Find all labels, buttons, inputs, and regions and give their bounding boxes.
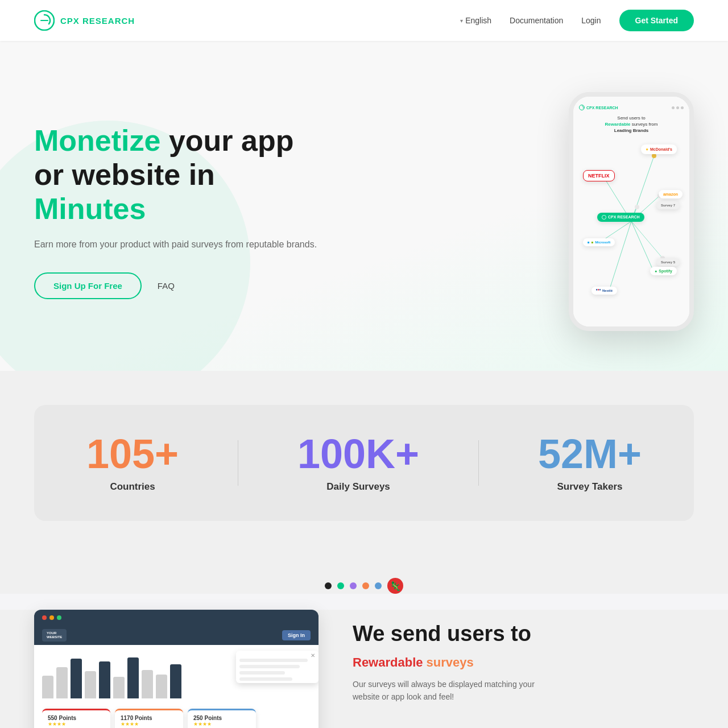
chevron-down-icon: ▾ [460,18,463,24]
survey-card-2-points: 1170 Points [121,715,177,721]
faq-button[interactable]: FAQ [158,281,175,291]
stat-daily-surveys: 100K+ Daily Surveys [297,433,419,493]
browser-bar [34,610,318,626]
stat-takers-number: 52M+ [538,433,642,474]
stat-takers-label: Survey Takers [538,481,642,493]
hero-subtitle: Earn more from your product with paid su… [34,237,330,252]
carousel-dot-5[interactable] [375,582,382,589]
phone-tagline: Send users to Rewardable surveys from Le… [605,115,658,134]
hero-right: CPX RESEARCH Send users to Rewardable su… [569,92,694,331]
bottom-right-title: We send users to [353,621,694,647]
survey-card-2[interactable]: 1170 Points ★★★★ ~17 Minutes [115,709,183,728]
chart-bar [127,657,139,698]
brand-netflix: NETFLIX [583,170,615,181]
stat-surveys-number: 100K+ [297,433,419,474]
svg-line-10 [609,221,631,292]
browser-max-dot [57,615,61,620]
lang-selector[interactable]: ▾ English [460,16,491,25]
signup-button[interactable]: Sign Up For Free [34,272,142,299]
carousel-dot-1[interactable] [325,582,332,589]
bottom-section: YOUR WEBSITE Sign In [0,610,728,728]
survey-card-3-points: 250 Points [193,715,250,721]
svg-point-14 [635,205,639,209]
brand-cpx: CPX RESEARCH [597,213,644,222]
carousel-dot-3[interactable] [350,582,357,589]
documentation-link[interactable]: Documentation [510,16,563,25]
chart-bar [85,671,96,698]
survey-card-2-stars: ★★★★ [121,721,177,727]
brand-amazon: amazon [659,190,682,198]
carousel-section: 🦎 [0,555,728,594]
browser-close-dot [42,615,47,620]
chart-bar [113,677,125,698]
brand-survey7: Survey 7 [656,201,680,209]
stat-countries-label: Countries [86,481,179,493]
stats-inner: 105+ Countries 100K+ Daily Surveys 52M+ … [34,405,694,521]
mock-popup: ✕ [236,651,318,683]
svg-rect-22 [599,289,601,290]
browser-logo-bar: YOUR WEBSITE Sign In [34,626,318,645]
stats-section: 105+ Countries 100K+ Daily Surveys 52M+ … [0,371,728,555]
survey-card-1-points: 550 Points [48,715,105,721]
nav-links: ▾ English Documentation Login Get Starte… [460,10,694,31]
stat-divider-2 [478,440,479,486]
browser-sign-in[interactable]: Sign In [282,630,311,640]
svg-point-11 [652,154,656,158]
carousel-dots: 🦎 [34,578,694,594]
survey-card-1-stars: ★★★★ [48,721,105,727]
svg-line-3 [631,156,654,221]
login-link[interactable]: Login [581,16,601,25]
browser-content: ✕ 550 Points ★★★★ ~12 Minutes [34,645,318,728]
survey-cards: 550 Points ★★★★ ~12 Minutes 1170 Points … [42,703,311,728]
bottom-right-subtitle: Rewardable surveys [353,655,694,670]
get-started-button[interactable]: Get Started [619,10,694,31]
brand-survey5: Survey 5 [656,258,680,266]
logo-text: CPX RESEARCH [60,16,135,26]
chart-bar [156,675,167,698]
bottom-left: YOUR WEBSITE Sign In [34,610,318,728]
bottom-right-description: Our surveys will always be displayed mat… [353,678,546,704]
chart-bar [71,659,82,698]
hero-actions: Sign Up For Free FAQ [34,272,330,299]
browser-mockup: YOUR WEBSITE Sign In [34,610,318,728]
bottom-right: We send users to Rewardable surveys Our … [353,610,694,704]
carousel-dot-6[interactable]: 🦎 [387,578,403,594]
hero-title: Monetize your app or website in Minutes [34,124,330,226]
logo[interactable]: CPX RESEARCH [34,10,135,31]
brand-mcdonalds: ● McDonald's [641,144,677,154]
svg-line-8 [631,221,663,258]
stat-surveys-label: Daily Surveys [297,481,419,493]
chart-bar [42,676,53,698]
navbar: CPX RESEARCH ▾ English Documentation Log… [0,0,728,41]
brand-microsoft: ■■ Microsoft [583,238,615,246]
browser-min-dot [49,615,54,620]
stat-countries: 105+ Countries [86,433,179,493]
phone-brands: ● McDonald's NETFLIX amazon CPX RESEARCH… [580,139,682,309]
survey-card-3-stars: ★★★★ [193,721,250,727]
carousel-dot-4[interactable] [362,582,369,589]
your-website-label: YOUR WEBSITE [42,629,67,642]
svg-line-9 [631,221,654,272]
phone-mockup: CPX RESEARCH Send users to Rewardable su… [569,92,694,331]
phone-logo: CPX RESEARCH [579,105,618,110]
popup-close-icon[interactable]: ✕ [311,652,315,659]
svg-rect-20 [596,289,597,290]
logo-icon [34,10,55,31]
hero-section: Monetize your app or website in Minutes … [0,41,728,371]
hero-left: Monetize your app or website in Minutes … [34,124,330,299]
survey-card-3[interactable]: 250 Points ★★★★ ~8 Minutes [188,709,256,728]
stat-divider-1 [238,440,238,486]
brand-spotify: ● Spotify [650,267,677,275]
stat-countries-number: 105+ [86,433,179,474]
svg-rect-21 [598,289,599,290]
chart-bar [99,661,110,698]
chart-bar [56,667,68,698]
popup-lines [239,659,315,681]
svg-point-19 [602,215,606,219]
chart-bar [170,664,181,698]
carousel-dot-2[interactable] [337,582,344,589]
stat-survey-takers: 52M+ Survey Takers [538,433,642,493]
survey-card-1[interactable]: 550 Points ★★★★ ~12 Minutes [42,709,110,728]
chart-bar [142,670,153,698]
brand-nestle: Nestlé [592,287,617,295]
